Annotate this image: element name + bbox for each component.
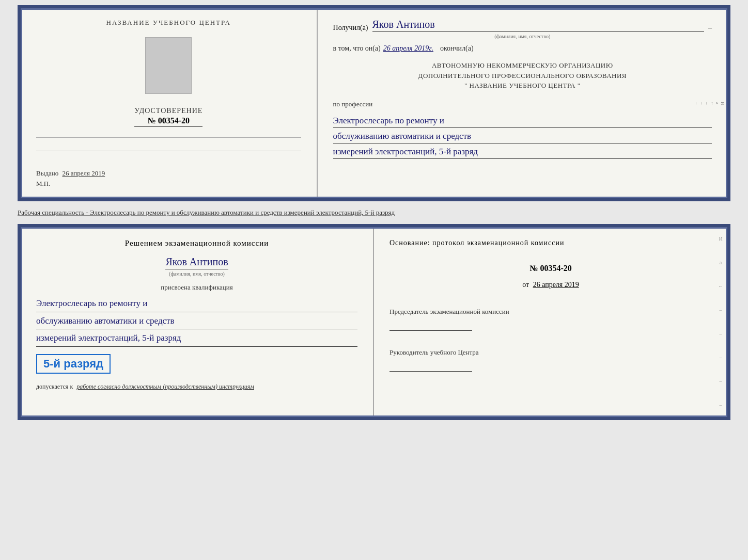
bottom-right-panel: Основание: протокол экзаменационной коми… <box>374 227 727 417</box>
cert-title: УДОСТОВЕРЕНИЕ <box>134 107 202 115</box>
cert-number: № 00354-20 <box>134 116 202 127</box>
protocol-date-value: 26 апреля 2019 <box>533 281 579 289</box>
date-prefix: от <box>522 281 529 289</box>
side-char-4: – <box>705 102 710 105</box>
divider-line-2 <box>36 151 301 151</box>
side-char-b3: ← <box>718 283 723 289</box>
allowed-detail: работе согласно должностным (производств… <box>76 383 254 390</box>
allowed-text: допускается к работе согласно должностны… <box>36 383 357 391</box>
side-char-1: И <box>720 102 725 105</box>
org-line1: АВТОНОМНУЮ НЕКОММЕРЧЕСКУЮ ОРГАНИЗАЦИЮ <box>333 60 712 71</box>
issued-date: 26 апреля 2019 <box>63 169 105 177</box>
date-value: 26 апреля 2019г. <box>383 44 433 53</box>
bottom-left-panel: Решением экзаменационной комиссии Яков А… <box>21 227 374 417</box>
chairman-signature-line <box>389 321 472 331</box>
side-char-b5: – <box>720 331 722 337</box>
top-document: НАЗВАНИЕ УЧЕБНОГО ЦЕНТРА УДОСТОВЕРЕНИЕ №… <box>18 5 730 201</box>
director-role: Руководитель учебного Центра <box>389 348 712 357</box>
basis-title: Основание: протокол экзаменационной коми… <box>389 237 712 248</box>
side-strip-bottom: И а ← – – – – – <box>715 227 726 417</box>
date-prefix: в том, что он(а) <box>333 44 381 53</box>
director-signature-line <box>389 361 472 372</box>
side-char-b1: И <box>719 236 722 242</box>
chairman-role: Председатель экзаменационной комиссии <box>389 307 712 316</box>
profession-line2: обслуживанию автоматики и средств <box>333 129 712 143</box>
decision-name: Яков Антипов <box>165 256 228 269</box>
qual-line3: измерений электростанций, 5-й разряд <box>36 330 357 347</box>
side-char-b8: – <box>720 402 722 408</box>
bottom-document: Решением экзаменационной комиссии Яков А… <box>18 224 730 420</box>
qual-line1: Электрослесарь по ремонту и <box>36 296 357 312</box>
qual-line2: обслуживанию автоматики и средств <box>36 313 357 330</box>
side-strip-top: И а ← – – – <box>713 8 727 198</box>
received-label: Получил(а) <box>333 24 368 32</box>
protocol-date: от 26 апреля 2019 <box>389 281 712 289</box>
dash: – <box>708 24 712 32</box>
top-right-panel: Получил(а) Яков Антипов – (фамилия, имя,… <box>318 8 727 198</box>
profession-label: по профессии <box>333 100 712 108</box>
finished-label: окончил(а) <box>440 44 474 53</box>
top-left-panel: НАЗВАНИЕ УЧЕБНОГО ЦЕНТРА УДОСТОВЕРЕНИЕ №… <box>21 8 318 198</box>
allowed-prefix: допускается к <box>36 383 73 390</box>
org-name: " НАЗВАНИЕ УЧЕБНОГО ЦЕНТРА " <box>333 81 712 91</box>
protocol-number: № 00354-20 <box>389 264 712 273</box>
certificate-photo <box>145 37 192 94</box>
school-name-top: НАЗВАНИЕ УЧЕБНОГО ЦЕНТРА <box>106 19 231 27</box>
description-text: Рабочая специальность - Электрослесарь п… <box>18 205 730 220</box>
org-line2: ДОПОЛНИТЕЛЬНОГО ПРОФЕССИОНАЛЬНОГО ОБРАЗО… <box>333 71 712 81</box>
date-line: в том, что он(а) 26 апреля 2019г. окончи… <box>333 44 712 53</box>
side-char-5: – <box>699 102 705 105</box>
qualification-label: присвоена квалификация <box>36 283 357 292</box>
side-char-b7: – <box>720 378 722 384</box>
side-char-b6: – <box>720 355 722 360</box>
director-block: Руководитель учебного Центра <box>389 348 712 376</box>
issued-label: Выдано <box>36 169 58 177</box>
profession-line3: измерений электростанций, 5-й разряд <box>333 145 712 159</box>
side-char-b2: а <box>720 260 722 265</box>
side-char-2: а <box>715 102 720 104</box>
fio-hint-top: (фамилия, имя, отчество) <box>333 34 712 39</box>
side-char-6: – <box>694 102 699 105</box>
mp-label: М.П. <box>36 180 50 188</box>
issued-line: Выдано 26 апреля 2019 <box>36 169 301 178</box>
chairman-block: Председатель экзаменационной комиссии <box>389 307 712 335</box>
recipient-name: Яков Антипов <box>372 19 704 32</box>
fio-hint-bottom: (фамилия, имя, отчество) <box>36 271 357 277</box>
grade-badge: 5-й разряд <box>36 354 111 374</box>
org-block: АВТОНОМНУЮ НЕКОММЕРЧЕСКУЮ ОРГАНИЗАЦИЮ ДО… <box>333 60 712 91</box>
side-char-b4: – <box>720 307 722 313</box>
decision-title: Решением экзаменационной комиссии <box>36 237 357 249</box>
side-char-3: ← <box>710 101 715 106</box>
divider-line <box>36 137 301 138</box>
document-container: НАЗВАНИЕ УЧЕБНОГО ЦЕНТРА УДОСТОВЕРЕНИЕ №… <box>18 5 730 420</box>
profession-line1: Электрослесарь по ремонту и <box>333 114 712 128</box>
